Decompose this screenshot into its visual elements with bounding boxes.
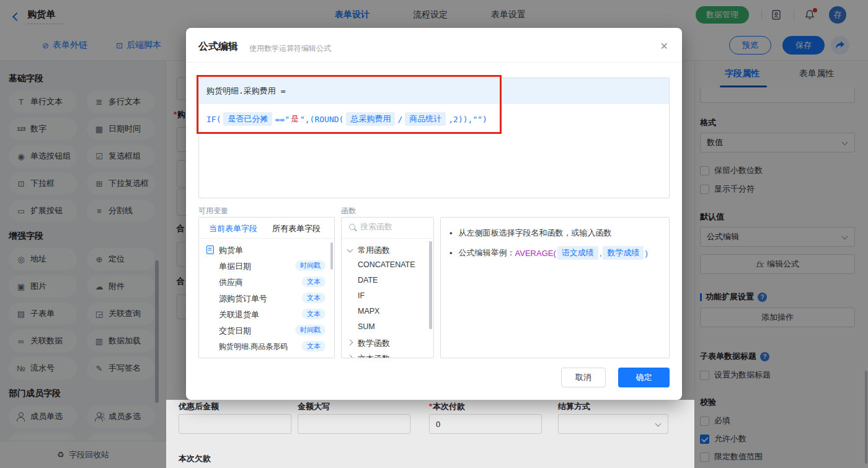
tree-root-row[interactable]: 购货单 — [199, 242, 334, 258]
formula-token: ==" — [275, 115, 289, 124]
app-screen: *购 合 合 优惠后金额 金额大写 *本次付款 结算方式 本次欠款 购货单 表单… — [0, 0, 868, 468]
confirm-button[interactable]: 确定 — [618, 368, 670, 387]
functions-scrollbar[interactable] — [429, 241, 432, 329]
function-item[interactable]: MAPX — [342, 304, 433, 320]
type-badge: 文本 — [302, 309, 326, 319]
variable-row[interactable]: 源购货订单号文本 — [199, 291, 334, 307]
type-badge: 文本 — [302, 293, 326, 303]
document-icon — [206, 245, 214, 254]
variable-chip[interactable]: 总采购费用 — [346, 112, 395, 126]
functions-label: 函数 — [341, 206, 356, 216]
variables-scrollbar[interactable] — [330, 242, 333, 270]
formula-token: IF( — [206, 115, 221, 124]
formula-token: / — [397, 115, 402, 124]
chevron-right-icon — [347, 340, 353, 346]
tab-all-form-fields[interactable]: 所有表单字段 — [272, 223, 321, 234]
example-function-name: AVERAGE( — [515, 249, 556, 258]
divider — [186, 62, 682, 63]
formula-string: 是 — [291, 113, 299, 125]
variables-tabs: 当前表单字段 所有表单字段 — [199, 218, 334, 239]
modal-subtitle: 使用数学运算符编辑公式 — [249, 43, 331, 54]
hint-line-2: • 公式编辑举例： AVERAGE( 语文成绩 , 数学成绩 ) — [450, 246, 648, 260]
type-badge: 时间戳 — [295, 260, 326, 271]
type-badge: 文本 — [302, 341, 326, 351]
variable-row[interactable]: 购货明细.商品条形码文本 — [199, 339, 334, 355]
function-group-common[interactable]: 常用函数 — [342, 242, 433, 258]
example-variable-chip: 语文成绩 — [557, 246, 598, 260]
hint-panel: •从左侧面板选择字段名和函数，或输入函数 • 公式编辑举例： AVERAGE( … — [440, 217, 670, 358]
formula-token: ",(ROUND( — [300, 115, 343, 124]
tab-current-form-fields[interactable]: 当前表单字段 — [209, 223, 257, 234]
function-item[interactable]: SUM — [342, 320, 433, 335]
hint-line-1: •从左侧面板选择字段名和函数，或输入函数 — [450, 227, 612, 239]
formula-token: ,2)),"") — [448, 115, 487, 124]
close-icon[interactable]: ✕ — [660, 40, 668, 52]
formula-edit-modal: 公式编辑 使用数学运算符编辑公式 ✕ 购货明细.采购费用 = IF( 是否已分摊… — [186, 28, 682, 400]
function-search-input[interactable] — [360, 222, 427, 231]
function-group-math[interactable]: 数学函数 — [342, 335, 433, 351]
variable-chip[interactable]: 是否已分摊 — [223, 112, 272, 126]
modal-overlay[interactable] — [0, 61, 166, 468]
variable-chip[interactable]: 商品统计 — [405, 112, 446, 126]
variables-panel: 当前表单字段 所有表单字段 购货单 单据日期时间戳 供应商文本 源购货订单号文本… — [198, 217, 335, 358]
chevron-right-icon — [347, 355, 353, 358]
functions-panel: 常用函数 CONCATENATE DATE IF MAPX SUM 数学函数 文… — [341, 217, 434, 358]
function-item[interactable]: IF — [342, 289, 433, 304]
variable-row[interactable]: 单据日期时间戳 — [199, 258, 334, 275]
type-badge: 文本 — [302, 276, 326, 287]
variable-row[interactable]: 交货日期时间戳 — [199, 323, 334, 339]
search-icon — [349, 224, 357, 232]
example-variable-chip: 数学成绩 — [603, 246, 644, 260]
variables-label: 可用变量 — [198, 206, 228, 216]
variable-row[interactable]: 关联退货单文本 — [199, 307, 334, 323]
formula-expression[interactable]: IF( 是否已分摊 =="是",(ROUND( 总采购费用 / 商品统计 ,2)… — [206, 112, 665, 126]
function-item[interactable]: CONCATENATE — [342, 258, 433, 273]
chevron-down-icon — [347, 247, 353, 253]
modal-overlay-light[interactable] — [166, 400, 694, 468]
formula-editor[interactable]: 购货明细.采购费用 = IF( 是否已分摊 =="是",(ROUND( 总采购费… — [198, 77, 670, 198]
function-group-text[interactable]: 文本函数 — [342, 351, 433, 358]
modal-title: 公式编辑 — [198, 40, 238, 53]
modal-overlay[interactable] — [694, 61, 868, 468]
type-badge: 时间戳 — [295, 325, 326, 335]
variable-row[interactable]: 供应商文本 — [199, 275, 334, 291]
cancel-button[interactable]: 取消 — [561, 368, 606, 387]
formula-target: 购货明细.采购费用 = — [199, 78, 669, 104]
function-search — [342, 218, 433, 239]
function-item[interactable]: DATE — [342, 273, 433, 289]
